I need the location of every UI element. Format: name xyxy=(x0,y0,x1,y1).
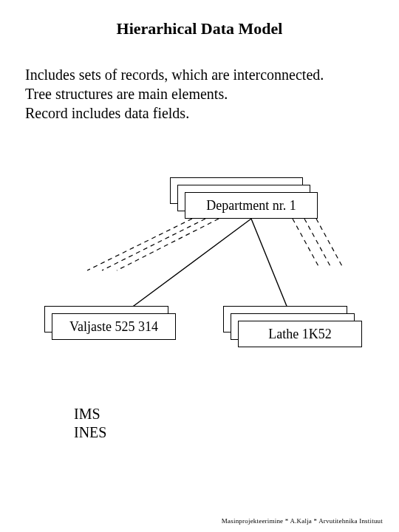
svg-line-7 xyxy=(316,219,343,267)
notes-block: IMS INES xyxy=(74,405,106,442)
svg-line-3 xyxy=(102,219,205,270)
svg-line-6 xyxy=(304,219,331,267)
para-line-3: Record includes data fields. xyxy=(25,103,380,123)
description-paragraph: Includes sets of records, which are inte… xyxy=(25,65,380,123)
stack-card-front: Valjaste 525 314 xyxy=(52,313,176,340)
para-line-1: Includes sets of records, which are inte… xyxy=(25,65,380,84)
stack-card-front: Lathe 1K52 xyxy=(238,321,362,347)
svg-line-5 xyxy=(293,219,319,267)
para-line-2: Tree structures are main elements. xyxy=(25,84,380,103)
notes-line-1: IMS xyxy=(74,405,106,423)
page-root: Hierarhical Data Model Includes sets of … xyxy=(0,0,399,532)
svg-line-2 xyxy=(87,219,192,270)
svg-line-4 xyxy=(117,219,219,270)
stack-card-front: Department nr. 1 xyxy=(185,192,318,219)
root-node-label: Department nr. 1 xyxy=(185,193,317,218)
page-title: Hierarhical Data Model xyxy=(0,19,399,38)
footer-text: Masinprojekteerimine * A.Kalja * Arvutit… xyxy=(222,517,383,525)
right-node-label: Lathe 1K52 xyxy=(239,321,361,347)
notes-line-2: INES xyxy=(74,423,106,442)
left-node-label: Valjaste 525 314 xyxy=(52,314,175,339)
